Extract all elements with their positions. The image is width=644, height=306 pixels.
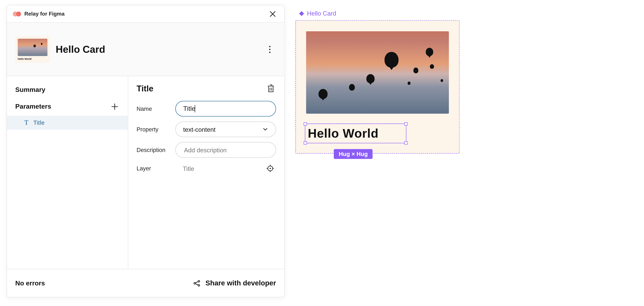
share-icon xyxy=(193,279,200,287)
svg-point-2 xyxy=(269,51,270,53)
property-label: Property xyxy=(136,126,175,133)
description-row: Description xyxy=(136,142,276,158)
detail-header: Title xyxy=(136,83,276,94)
property-row: Property text-content xyxy=(136,122,276,137)
thumbnail-caption: Hello World xyxy=(18,57,48,60)
figma-canvas: Hello Card Hello World Hug × Hug xyxy=(295,10,460,154)
text-type-icon: T xyxy=(24,119,28,126)
plugin-name: Relay for Figma xyxy=(24,11,64,17)
layer-label: Layer xyxy=(136,165,175,171)
sidebar-parameters-header: Parameters xyxy=(7,98,128,116)
description-input-wrapper[interactable] xyxy=(176,142,276,158)
svg-point-7 xyxy=(198,284,200,286)
relay-logo-icon xyxy=(13,11,22,16)
panel-footer: No errors Share with developer xyxy=(7,269,284,297)
component-name: Hello Card xyxy=(56,43,105,55)
parameter-name: Title xyxy=(33,119,44,126)
layer-value: Title xyxy=(176,165,264,172)
parameters-label: Parameters xyxy=(15,103,51,110)
component-icon xyxy=(299,10,304,16)
name-input-wrapper[interactable]: Title xyxy=(176,101,276,117)
property-select[interactable]: text-content xyxy=(176,122,276,137)
text-caret xyxy=(194,105,195,112)
parameter-row-title[interactable]: T Title xyxy=(7,116,128,130)
delete-parameter-button[interactable] xyxy=(266,83,276,94)
svg-point-0 xyxy=(269,46,270,47)
kebab-icon xyxy=(266,45,274,54)
close-button[interactable] xyxy=(267,8,278,19)
name-label: Name xyxy=(136,106,175,112)
errors-status: No errors xyxy=(15,279,45,287)
card-image[interactable] xyxy=(306,31,449,114)
thumbnail-image xyxy=(18,38,48,56)
selection-handle[interactable] xyxy=(304,122,307,126)
trash-icon xyxy=(267,84,274,93)
name-row: Name Title xyxy=(136,101,276,117)
frame-label[interactable]: Hello Card xyxy=(295,10,460,17)
crosshair-icon xyxy=(266,164,274,172)
plugin-header: Relay for Figma xyxy=(7,5,284,23)
svg-point-4 xyxy=(270,168,271,169)
description-label: Description xyxy=(136,147,175,153)
detail-title: Title xyxy=(136,84,153,93)
share-label: Share with developer xyxy=(206,279,276,287)
plugin-logo: Relay for Figma xyxy=(13,11,64,17)
selection-handle[interactable] xyxy=(304,141,307,145)
share-button[interactable]: Share with developer xyxy=(193,279,276,287)
svg-point-5 xyxy=(194,282,196,284)
chevron-down-icon xyxy=(262,126,268,132)
svg-point-6 xyxy=(198,280,200,282)
sidebar: Summary Parameters T Title xyxy=(7,76,128,269)
property-value: text-content xyxy=(183,126,262,133)
component-menu-button[interactable] xyxy=(264,42,276,56)
sidebar-summary[interactable]: Summary xyxy=(7,82,128,98)
close-icon xyxy=(268,10,277,18)
add-parameter-button[interactable] xyxy=(110,102,120,112)
plus-icon xyxy=(111,103,118,110)
component-thumbnail: Hello World xyxy=(15,36,50,62)
component-frame[interactable]: Hello World Hug × Hug xyxy=(295,20,460,154)
layer-row: Layer Title xyxy=(136,163,276,174)
detail-pane: Title Name Title Property xyxy=(128,76,284,269)
component-header: Hello World Hello Card xyxy=(7,23,284,76)
card-title-text: Hello World xyxy=(308,126,378,141)
autolayout-badge: Hug × Hug xyxy=(334,149,373,159)
description-input[interactable] xyxy=(183,146,268,154)
locate-layer-button[interactable] xyxy=(264,163,276,174)
panel-body: Summary Parameters T Title Title xyxy=(7,76,284,269)
relay-plugin-panel: Relay for Figma Hello World Hello Card S… xyxy=(6,5,284,298)
frame-name: Hello Card xyxy=(307,10,336,17)
name-input[interactable]: Title xyxy=(183,105,196,112)
selection-handle[interactable] xyxy=(404,122,408,126)
selection-handle[interactable] xyxy=(404,141,408,145)
selected-text-layer[interactable]: Hello World xyxy=(305,124,406,143)
svg-point-1 xyxy=(269,48,270,50)
